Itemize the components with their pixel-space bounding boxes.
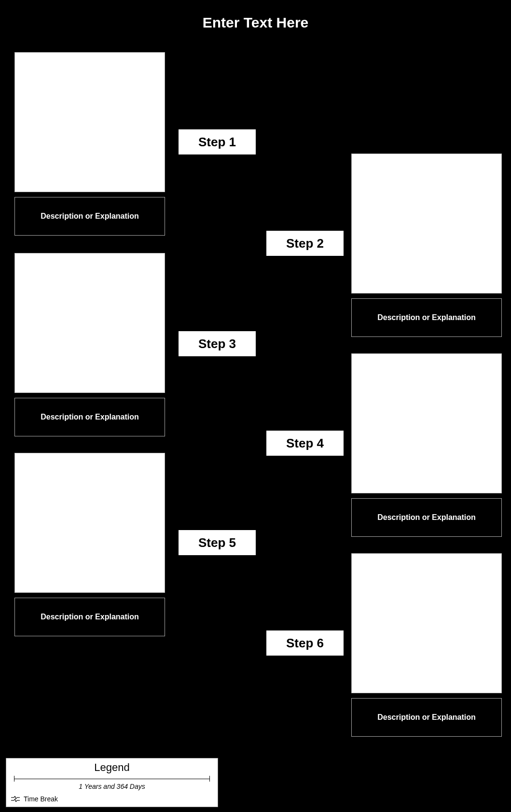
timeline-canvas: Enter Text Here Description or Explanati… [0, 0, 511, 812]
step-label-6[interactable]: Step 6 [266, 630, 344, 656]
step-description-6[interactable]: Description or Explanation [351, 698, 502, 737]
step-image-3[interactable] [14, 253, 165, 393]
page-title[interactable]: Enter Text Here [0, 0, 511, 31]
step-image-5[interactable] [14, 453, 165, 593]
legend-title: Legend [11, 761, 213, 774]
step-label-3[interactable]: Step 3 [179, 331, 256, 356]
legend-scale-line [14, 779, 210, 779]
step-card-2: Description or Explanation [351, 154, 502, 337]
step-image-6[interactable] [351, 553, 502, 693]
step-description-2[interactable]: Description or Explanation [351, 298, 502, 337]
time-break-icon [11, 796, 20, 802]
svg-line-2 [15, 796, 16, 799]
step-card-5: Description or Explanation [14, 453, 165, 636]
legend-time-break-row: Time Break [11, 795, 213, 803]
step-card-6: Description or Explanation [351, 553, 502, 737]
step-image-1[interactable] [14, 52, 165, 192]
svg-line-7 [15, 799, 16, 802]
legend-scale-tick-right [209, 776, 210, 782]
step-card-4: Description or Explanation [351, 353, 502, 537]
legend-time-break-label: Time Break [24, 795, 58, 803]
step-label-2[interactable]: Step 2 [266, 231, 344, 256]
step-card-3: Description or Explanation [14, 253, 165, 436]
step-description-1[interactable]: Description or Explanation [14, 197, 165, 236]
step-image-4[interactable] [351, 353, 502, 493]
svg-line-8 [16, 800, 17, 802]
step-description-3[interactable]: Description or Explanation [14, 398, 165, 436]
legend-panel: Legend 1 Years and 364 Days [6, 758, 218, 807]
step-label-5[interactable]: Step 5 [179, 530, 256, 555]
step-image-2[interactable] [351, 154, 502, 294]
legend-scale [14, 776, 210, 782]
step-card-1: Description or Explanation [14, 52, 165, 236]
step-label-4[interactable]: Step 4 [266, 431, 344, 456]
svg-line-3 [16, 798, 17, 799]
step-label-1[interactable]: Step 1 [179, 129, 256, 154]
step-description-5[interactable]: Description or Explanation [14, 598, 165, 636]
step-description-4[interactable]: Description or Explanation [351, 498, 502, 537]
legend-scale-label: 1 Years and 364 Days [11, 783, 213, 790]
